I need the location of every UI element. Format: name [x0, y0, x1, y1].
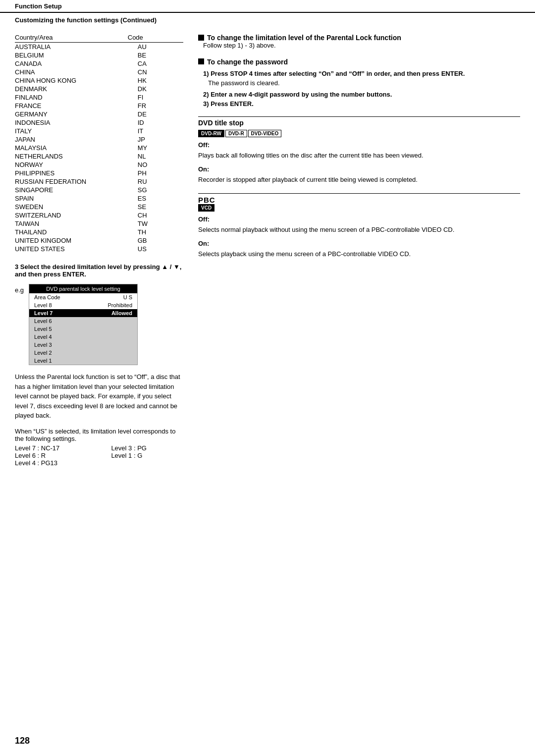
country-code: FR	[128, 102, 183, 110]
badge-dvdvideo: DVD-VIDEO	[248, 130, 282, 137]
country-name: CANADA	[15, 59, 128, 68]
dvd-lock-level-row: Level 8Prohibited	[29, 301, 137, 309]
dvd-lock-level-row: Level 3	[29, 341, 137, 349]
table-row: THAILANDTH	[15, 228, 183, 236]
us-level-right: Level 1 : G	[111, 452, 183, 459]
eg-label: e.g	[15, 286, 24, 294]
us-level-right: Level 3 : PG	[111, 444, 183, 452]
us-levels-grid: Level 7 : NC-17Level 3 : PGLevel 6 : RLe…	[15, 444, 183, 467]
dvd-off-label: Off:	[198, 141, 520, 149]
page-number: 128	[15, 736, 30, 746]
country-code: SG	[128, 186, 183, 194]
table-row: NETHERLANDSNL	[15, 152, 183, 161]
badge-dvdrw: DVD-RW	[198, 130, 224, 137]
country-name: PHILIPPINES	[15, 169, 128, 177]
pbc-section: PBC VCD Off: Selects normal playback wit…	[198, 193, 520, 259]
country-name: SINGAPORE	[15, 186, 128, 194]
table-row: ITALYIT	[15, 127, 183, 135]
pbc-off-text: Selects normal playback without using th…	[198, 225, 520, 235]
dvd-lock-rows: Level 8ProhibitedLevel 7AllowedLevel 6Le…	[29, 301, 137, 365]
dvd-title-rule	[198, 116, 520, 117]
table-row: INDONESIAID	[15, 118, 183, 127]
right-column: To change the limitation level of the Pa…	[198, 34, 520, 467]
dvd-on-label: On:	[198, 165, 520, 173]
dvd-lock-level-row: Level 1	[29, 357, 137, 365]
dvd-off-text: Plays back all following titles on the d…	[198, 151, 520, 161]
col-code-header: Code	[128, 34, 183, 43]
page-header: Function Setup	[0, 0, 535, 13]
country-name: JAPAN	[15, 135, 128, 144]
main-content: Country/Area Code AUSTRALIAAUBELGIUMBECA…	[0, 24, 535, 477]
table-row: CANADACA	[15, 59, 183, 68]
pbc-on-text: Selects playback using the menu screen o…	[198, 249, 520, 259]
country-name: FINLAND	[15, 93, 128, 102]
country-name: CHINA	[15, 68, 128, 76]
table-row: CHINACN	[15, 68, 183, 76]
country-name: INDONESIA	[15, 118, 128, 127]
table-row: PHILIPPINESPH	[15, 169, 183, 177]
black-square-icon	[198, 35, 204, 41]
us-levels-intro: When “US” is selected, its limitation le…	[15, 428, 183, 442]
country-code: SE	[128, 203, 183, 211]
follow-step: Follow step 1) - 3) above.	[203, 42, 520, 49]
table-row: NORWAYNO	[15, 161, 183, 169]
press-enter: 3) Press ENTER.	[203, 100, 520, 108]
dvd-lock-area-row: Area Code U S	[29, 293, 137, 301]
dvd-title-stop-heading: DVD title stop	[198, 119, 520, 127]
country-code: CN	[128, 68, 183, 76]
country-code: PH	[128, 169, 183, 177]
step3-section: 3 Select the desired limitation level by…	[15, 263, 183, 467]
country-name: NORWAY	[15, 161, 128, 169]
us-level-left: Level 7 : NC-17	[15, 444, 96, 452]
dvd-lock-level-row: Level 4	[29, 333, 137, 341]
dvd-lock-box-title: DVD parental lock level setting	[29, 284, 137, 293]
us-level-right	[111, 459, 183, 467]
us-level-left: Level 4 : PG13	[15, 459, 96, 467]
change-password-heading: To change the password	[198, 58, 520, 66]
table-row: SWITZERLANDCH	[15, 211, 183, 219]
parental-lock-section: To change the limitation level of the Pa…	[198, 34, 520, 49]
black-square-icon2	[198, 58, 204, 64]
table-row: DENMARKDK	[15, 85, 183, 93]
country-name: THAILAND	[15, 228, 128, 236]
left-column: Country/Area Code AUSTRALIAAUBELGIUMBECA…	[15, 34, 183, 467]
country-code: ES	[128, 194, 183, 203]
country-code: TW	[128, 219, 183, 228]
dvd-title-stop-section: DVD title stop DVD-RW DVD-R DVD-VIDEO Of…	[198, 116, 520, 184]
table-row: TAIWANTW	[15, 219, 183, 228]
dvd-lock-level-row: Level 7Allowed	[29, 309, 137, 317]
country-name: SPAIN	[15, 194, 128, 203]
dvd-lock-level-row: Level 2	[29, 349, 137, 357]
country-name: AUSTRALIA	[15, 43, 128, 52]
sub-header-text: Customizing the function settings (Conti…	[15, 16, 157, 24]
country-name: BELGIUM	[15, 51, 128, 59]
country-code: RU	[128, 177, 183, 186]
table-row: BELGIUMBE	[15, 51, 183, 59]
pbc-rule	[198, 193, 520, 194]
country-name: UNITED KINGDOM	[15, 236, 128, 245]
step-sub: The password is cleared.	[208, 79, 520, 87]
table-row: GERMANYDE	[15, 110, 183, 118]
country-code: MY	[128, 144, 183, 152]
country-name: GERMANY	[15, 110, 128, 118]
table-row: CHINA HONG KONGHK	[15, 76, 183, 85]
country-code: BE	[128, 51, 183, 59]
country-name: NETHERLANDS	[15, 152, 128, 161]
country-code: IT	[128, 127, 183, 135]
country-code: JP	[128, 135, 183, 144]
parental-text: Unless the Parental lock function is set…	[15, 372, 183, 421]
table-row: RUSSIAN FEDERATIONRU	[15, 177, 183, 186]
steps-list: 1) Press STOP 4 times after selecting “O…	[198, 70, 520, 98]
area-code-label: Area Code	[34, 294, 60, 300]
dvd-on-text: Recorder is stopped after playback of cu…	[198, 175, 520, 185]
header-title: Function Setup	[15, 2, 62, 10]
table-row: SWEDENSE	[15, 203, 183, 211]
dvd-lock-box: DVD parental lock level setting Area Cod…	[29, 284, 138, 365]
country-name: TAIWAN	[15, 219, 128, 228]
country-code: NO	[128, 161, 183, 169]
table-row: FINLANDFI	[15, 93, 183, 102]
step-numbered: 2) Enter a new 4-digit password by using…	[203, 91, 520, 98]
country-name: RUSSIAN FEDERATION	[15, 177, 128, 186]
country-name: FRANCE	[15, 102, 128, 110]
country-name: MALAYSIA	[15, 144, 128, 152]
